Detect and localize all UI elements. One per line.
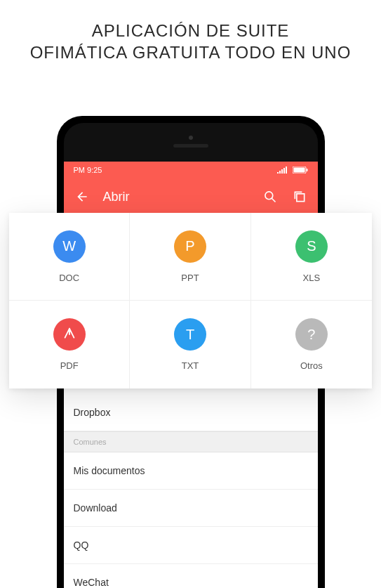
filetype-xls[interactable]: S XLS xyxy=(251,213,372,301)
app-bar: Abrir xyxy=(64,178,318,215)
battery-icon xyxy=(293,166,308,174)
filetype-pdf[interactable]: PDF xyxy=(9,301,130,388)
list-item[interactable]: Mis documentos xyxy=(64,452,318,490)
search-icon[interactable] xyxy=(262,188,279,205)
filetype-label: Otros xyxy=(300,360,323,371)
signal-icon xyxy=(277,166,288,174)
svg-point-3 xyxy=(265,192,272,200)
pdf-icon xyxy=(53,318,86,351)
back-icon[interactable] xyxy=(74,188,91,205)
svg-rect-1 xyxy=(293,168,305,173)
ppt-icon: P xyxy=(174,230,206,263)
appbar-title: Abrir xyxy=(103,190,249,204)
filetype-label: XLS xyxy=(303,273,321,283)
filetype-doc[interactable]: W DOC xyxy=(9,213,130,301)
txt-icon: T xyxy=(174,318,206,351)
filetype-grid: W DOC P PPT S XLS PDF T TXT ? Otros xyxy=(9,213,372,388)
promo-line-2: OFIMÁTICA GRATUITA TODO EN UNO xyxy=(7,41,374,63)
phone-earpiece xyxy=(173,144,208,148)
list-item[interactable]: Dropbox xyxy=(64,394,318,431)
question-icon: ? xyxy=(295,318,328,351)
filetype-ppt[interactable]: P PPT xyxy=(130,213,250,301)
svg-rect-5 xyxy=(296,194,304,202)
xls-icon: S xyxy=(295,230,328,263)
list-item[interactable]: WeChat xyxy=(64,564,318,588)
status-time: PM 9:25 xyxy=(74,166,102,174)
filetype-other[interactable]: ? Otros xyxy=(251,301,372,388)
promo-line-1: APLICACIÓN DE SUITE xyxy=(7,20,374,41)
list-item[interactable]: QQ xyxy=(64,527,318,564)
list-item[interactable]: Download xyxy=(64,490,318,527)
list-section-header: Comunes xyxy=(64,431,318,452)
filetype-label: DOC xyxy=(59,273,79,283)
phone-camera-dot xyxy=(189,136,193,140)
svg-rect-2 xyxy=(306,169,307,171)
copy-icon[interactable] xyxy=(291,188,308,205)
promo-title: APLICACIÓN DE SUITE OFIMÁTICA GRATUITA T… xyxy=(0,0,381,63)
svg-line-4 xyxy=(272,199,275,202)
filetype-label: PPT xyxy=(181,273,199,283)
filetype-label: PDF xyxy=(60,360,79,371)
status-bar: PM 9:25 xyxy=(64,162,318,178)
filetype-txt[interactable]: T TXT xyxy=(130,301,250,388)
filetype-label: TXT xyxy=(182,360,199,371)
doc-icon: W xyxy=(53,230,86,263)
